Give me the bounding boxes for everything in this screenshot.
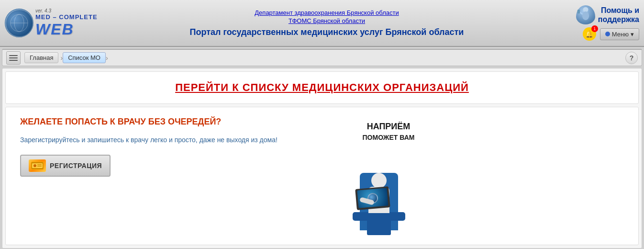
help-text: Помощь и поддержка — [598, 6, 639, 24]
breadcrumb-item-home: Главная › — [24, 52, 63, 63]
info-text: Зарегистрируйтесь и запишитесь к врачу л… — [20, 135, 307, 145]
dept-link[interactable]: Департамент здравоохранения Брянской обл… — [255, 9, 399, 16]
napriom-title: НАПРИЁМ — [317, 122, 460, 132]
breadcrumb-bar: Главная › Список МО › ? — [2, 49, 642, 66]
svg-point-9 — [33, 164, 36, 167]
header-center: Департамент здравоохранения Брянской обл… — [110, 9, 544, 37]
logo-text-block: ver. 4.3 MED – COMPLETE WEB — [35, 8, 98, 38]
menu-dot-icon — [605, 32, 610, 36]
napriom-subtitle: ПОМОЖЕТ ВАМ — [317, 134, 460, 141]
info-left: ЖЕЛАЕТЕ ПОПАСТЬ К ВРАЧУ БЕЗ ОЧЕРЕДЕЙ? За… — [20, 117, 307, 177]
svg-point-4 — [582, 11, 589, 20]
figure-head-icon — [371, 173, 387, 188]
portal-title: Портал государственных медицинских услуг… — [190, 27, 464, 37]
tfoms-link[interactable]: ТФОМС Брянской области — [289, 17, 365, 24]
reg-button-label: РЕГИСТРАЦИЯ — [50, 162, 102, 170]
figure-illustration — [336, 149, 441, 235]
main-content: ПЕРЕЙТИ К СПИСКУ МЕДИЦИНСКИХ ОРГАНИЗАЦИЙ… — [2, 68, 642, 249]
hamburger-line-icon — [9, 57, 18, 58]
svg-point-0 — [11, 14, 28, 32]
medical-org-link[interactable]: ПЕРЕЙТИ К СПИСКУ МЕДИЦИНСКИХ ОРГАНИЗАЦИЙ — [175, 81, 469, 93]
logo-title: MED – COMPLETE — [35, 13, 98, 21]
hamburger-line-icon — [9, 60, 18, 61]
help-circle-button[interactable]: ? — [625, 52, 638, 64]
svg-rect-6 — [577, 10, 579, 13]
big-link-section: ПЕРЕЙТИ К СПИСКУ МЕДИЦИНСКИХ ОРГАНИЗАЦИЙ — [5, 71, 639, 104]
header: ver. 4.3 MED – COMPLETE WEB Департамент … — [0, 0, 644, 47]
info-right: НАПРИЁМ ПОМОЖЕТ ВАМ — [317, 117, 460, 235]
logo-globe-icon — [5, 9, 33, 37]
chair-leg-icon — [367, 220, 391, 235]
logo-area: ver. 4.3 MED – COMPLETE WEB — [5, 8, 110, 38]
info-headline: ЖЕЛАЕТЕ ПОПАСТЬ К ВРАЧУ БЕЗ ОЧЕРЕДЕЙ? — [20, 117, 307, 127]
svg-point-1 — [14, 14, 24, 32]
hamburger-line-icon — [9, 55, 18, 56]
menu-label: Меню — [612, 31, 629, 38]
help-block: Помощь и поддержка — [576, 5, 639, 24]
logo-web: WEB — [35, 21, 98, 38]
header-right: Помощь и поддержка 🔔 Меню ▾ — [544, 5, 639, 41]
help-figure-icon — [576, 5, 595, 24]
notification-bell[interactable]: 🔔 — [583, 27, 596, 41]
breadcrumb-chevron-icon: › — [106, 54, 108, 62]
breadcrumb-current: Список МО — [63, 52, 106, 63]
info-section: ЖЕЛАЕТЕ ПОПАСТЬ К ВРАЧУ БЕЗ ОЧЕРЕДЕЙ? За… — [5, 107, 639, 245]
menu-chevron-icon: ▾ — [631, 31, 634, 38]
logo-version: ver. 4.3 — [35, 8, 98, 13]
menu-button[interactable]: Меню ▾ — [600, 28, 639, 40]
menu-area: 🔔 Меню ▾ — [583, 27, 639, 41]
hamburger-button[interactable] — [6, 51, 21, 65]
header-links: Департамент здравоохранения Брянской обл… — [115, 9, 539, 37]
registration-button[interactable]: РЕГИСТРАЦИЯ — [20, 155, 111, 177]
home-breadcrumb-link[interactable]: Главная — [24, 52, 58, 63]
registration-icon — [29, 159, 46, 172]
